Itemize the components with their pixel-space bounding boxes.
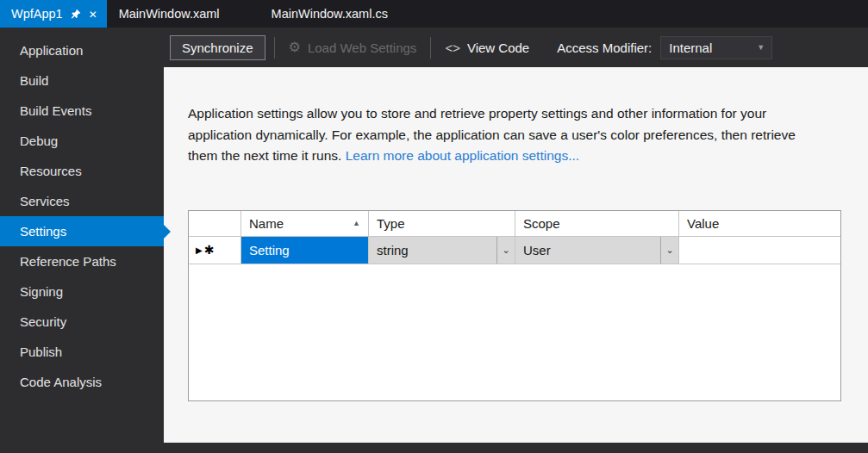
sidebar-item-application[interactable]: Application [0, 35, 164, 65]
tab-label: MainWindow.xaml.cs [272, 7, 388, 21]
grid-cell-type[interactable]: string ⌄ [369, 237, 515, 264]
load-web-settings-label: Load Web Settings [308, 40, 416, 55]
sidebar-item-publish[interactable]: Publish [0, 337, 164, 367]
learn-more-link[interactable]: Learn more about application settings... [346, 148, 579, 163]
grid-header-value[interactable]: Value [679, 211, 840, 236]
grid-row: ▶ ✱ Setting string ⌄ User ⌄ [189, 237, 840, 264]
tab-mainwindow-xaml-cs[interactable]: MainWindow.xaml.cs [259, 0, 428, 28]
grid-header-type[interactable]: Type [369, 211, 515, 236]
row-header-cell[interactable]: ▶ ✱ [189, 237, 241, 264]
load-web-settings-button[interactable]: ⚙ Load Web Settings [284, 40, 422, 55]
sort-ascending-icon: ▲ [353, 219, 360, 227]
column-label: Value [687, 216, 719, 231]
access-modifier-value: Internal [669, 40, 712, 55]
visual-studio-window: WpfApp1 ✕ MainWindow.xaml MainWindow.xam… [0, 0, 868, 453]
view-code-button[interactable]: <> View Code [440, 40, 534, 55]
close-icon[interactable]: ✕ [89, 9, 97, 20]
settings-page: Synchronize ⚙ Load Web Settings <> View … [164, 28, 868, 453]
tab-mainwindow-xaml[interactable]: MainWindow.xaml [107, 0, 259, 28]
sidebar-item-signing[interactable]: Signing [0, 276, 164, 307]
grid-empty-area [189, 264, 840, 400]
toolbar-separator [274, 37, 275, 59]
type-dropdown-button[interactable]: ⌄ [496, 237, 515, 264]
new-row-icon: ✱ [204, 243, 215, 257]
sidebar-item-resources[interactable]: Resources [0, 156, 164, 186]
settings-grid: Name ▲ Type Scope Value ▶ ✱ Setting [188, 210, 841, 401]
grid-header-name[interactable]: Name ▲ [241, 211, 369, 236]
sidebar-item-security[interactable]: Security [0, 307, 164, 337]
settings-toolbar: Synchronize ⚙ Load Web Settings <> View … [164, 28, 868, 67]
current-row-icon: ▶ [196, 245, 203, 255]
column-label: Scope [523, 216, 560, 231]
sidebar-item-debug[interactable]: Debug [0, 126, 164, 156]
pin-icon[interactable] [71, 9, 81, 19]
tab-label: WpfApp1 [11, 7, 63, 21]
document-tab-bar: WpfApp1 ✕ MainWindow.xaml MainWindow.xam… [0, 0, 868, 28]
grid-cell-scope[interactable]: User ⌄ [515, 237, 679, 264]
grid-cell-name[interactable]: Setting [241, 237, 369, 264]
bottom-strip [164, 443, 868, 453]
column-label: Name [249, 216, 284, 231]
sidebar-item-reference-paths[interactable]: Reference Paths [0, 246, 164, 276]
tab-label: MainWindow.xaml [119, 7, 220, 21]
sidebar-item-build[interactable]: Build [0, 65, 164, 96]
sidebar-item-build-events[interactable]: Build Events [0, 96, 164, 126]
toolbar-separator [430, 37, 431, 59]
grid-cell-value[interactable] [679, 237, 840, 264]
gear-icon: ⚙ [289, 40, 301, 54]
grid-header-scope[interactable]: Scope [515, 211, 679, 236]
settings-description: Application settings allow you to store … [188, 103, 826, 167]
view-code-label: View Code [467, 40, 529, 55]
scope-dropdown-button[interactable]: ⌄ [660, 237, 678, 264]
grid-corner-header[interactable] [189, 211, 241, 236]
project-properties-sidebar: Application Build Build Events Debug Res… [0, 28, 164, 453]
access-modifier-label: Access Modifier: [557, 40, 652, 55]
tab-wpfapp1[interactable]: WpfApp1 ✕ [0, 0, 107, 28]
synchronize-button[interactable]: Synchronize [170, 35, 265, 60]
sidebar-item-services[interactable]: Services [0, 186, 164, 216]
sidebar-item-settings[interactable]: Settings [0, 216, 164, 246]
scope-value: User [515, 243, 551, 258]
type-value: string [369, 243, 409, 258]
chevron-down-icon: ▼ [757, 43, 765, 52]
code-icon: <> [445, 40, 460, 55]
access-modifier-dropdown[interactable]: Internal ▼ [660, 36, 772, 59]
grid-header-row: Name ▲ Type Scope Value [189, 211, 840, 237]
sidebar-item-code-analysis[interactable]: Code Analysis [0, 367, 164, 397]
column-label: Type [377, 216, 405, 231]
